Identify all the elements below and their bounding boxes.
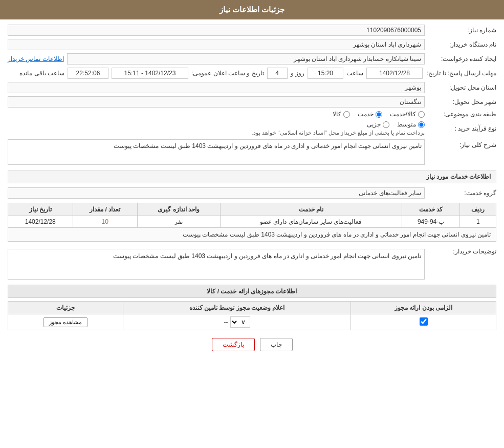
page-header: جزئیات اطلاعات نیاز (0, 0, 504, 19)
category-kala-khadamat-label: کالا/خدمت (390, 111, 416, 118)
col-header-name: نام خدمت (220, 203, 402, 216)
deadline-remaining: 22:52:06 (68, 68, 108, 79)
buyer-org-label: نام دستگاه خریدار: (425, 41, 496, 48)
col-header-row: ردیف (460, 203, 496, 216)
process-note: پرداخت تمام یا بخشی از مبلغ خریداز محل "… (8, 130, 425, 136)
buyer-org-value: شهرداری اباد استان بوشهر (8, 39, 425, 50)
page-title: جزئیات اطلاعات نیاز (220, 5, 284, 14)
table-cell-name: فعالیت‌های سایر سازمان‌های دارای عضو (220, 216, 402, 228)
table-cell-unit: نفر (137, 216, 220, 228)
services-table-header-row: ردیف کد خدمت نام خدمت واحد اندازه گیری ت… (8, 203, 496, 216)
need-number-row: شماره نیاز: 1102090676000005 (8, 25, 496, 36)
deadline-time: 15:20 (308, 68, 343, 79)
deadline-time-label: ساعت (346, 70, 363, 77)
province-row: استان محل تحویل: بوشهر (8, 82, 496, 93)
main-content: شماره نیاز: 1102090676000005 نام دستگاه … (0, 19, 504, 364)
need-number-label: شماره نیاز: (425, 27, 496, 34)
process-row: نوع فرآیند خرید : متوسط جزیی پرداخت تمام… (8, 121, 496, 136)
creator-value: سینا شیانکاره حسابدار شهرداری اباد استان… (67, 53, 425, 65)
category-kala-radio[interactable] (343, 111, 350, 118)
category-kala-khadamat-radio[interactable] (418, 111, 425, 118)
process-label: نوع فرآیند خرید : (425, 125, 496, 132)
process-motovaset-item: متوسط (397, 121, 425, 128)
col-header-unit: واحد اندازه گیری (137, 203, 220, 216)
permit-status-cell: ∨ -- (123, 314, 351, 330)
city-row: شهر محل تحویل: تنگستان (8, 96, 496, 108)
view-permit-button[interactable]: مشاهده مجوز (43, 317, 87, 327)
page-wrapper: جزئیات اطلاعات نیاز شماره نیاز: 11020906… (0, 0, 504, 448)
category-label: طبقه بندی موضوعی: (425, 111, 496, 118)
permit-status-wrapper: ∨ -- (127, 316, 346, 328)
process-content: متوسط جزیی پرداخت تمام یا بخشی از مبلغ خ… (8, 121, 425, 136)
col-header-code: کد خدمت (402, 203, 460, 216)
table-cell-code: ب-94-949 (402, 216, 460, 228)
permit-col-required: الزامی بودن ارائه مجوز (351, 302, 496, 314)
permit-section: اطلاعات مجوزهای ارائه خدمت / کالا الزامی… (8, 285, 496, 330)
deadline-inline: 1402/12/28 ساعت 15:20 روز و 4 تاریخ و سا… (8, 68, 423, 79)
button-group: چاپ بازگشت (8, 338, 496, 351)
table-desc-cell: تامین نیروی انسانی جهت انجام امور خدماتی… (8, 228, 496, 242)
table-cell-date: 1402/12/28 (8, 216, 73, 228)
service-group-label: گروه خدمت: (425, 189, 496, 197)
services-section-title: اطلاعات خدمات مورد نیاز (8, 170, 496, 183)
table-row: 1ب-94-949فعالیت‌های سایر سازمان‌های دارا… (8, 216, 496, 228)
service-group-value: سایر فعالیت‌های خدماتی (8, 187, 425, 199)
table-cell-quantity: 10 (73, 216, 137, 228)
col-header-quantity: تعداد / مقدار (73, 203, 137, 216)
permit-header-row: الزامی بودن ارائه مجوز اعلام وضعیت مجوز … (8, 302, 496, 314)
permit-status-value: -- (224, 318, 228, 326)
process-motovaset-radio[interactable] (418, 121, 425, 128)
permit-status-select[interactable]: ∨ (230, 316, 250, 328)
category-khadamat-label: خدمت (358, 111, 374, 118)
creator-inline: سینا شیانکاره حسابدار شهرداری اباد استان… (8, 53, 425, 65)
category-kala-item: کالا (333, 111, 350, 118)
permit-col-details: جزئیات (8, 302, 123, 314)
category-radio-group: کالا/خدمت خدمت کالا (333, 111, 425, 118)
table-cell-row: 1 (460, 216, 496, 228)
process-radio-group: متوسط جزیی (8, 121, 425, 128)
announce-label: تاریخ و ساعت اعلان عمومی: (191, 70, 264, 77)
category-row: طبقه بندی موضوعی: کالا/خدمت خدمت کالا (8, 111, 496, 118)
buyer-desc-label: توضیحات خریدار: (425, 246, 496, 255)
deadline-days: 4 (267, 68, 288, 79)
permit-data-row: ∨ -- مشاهده مجوز (8, 314, 496, 330)
category-khadamat-radio[interactable] (376, 111, 382, 118)
creator-label: ایجاد کننده درخواست: (425, 55, 496, 62)
deadline-date: 1402/12/28 (366, 68, 423, 79)
province-label: استان محل تحویل: (425, 84, 496, 91)
need-desc-row: شرح کلی نیاز: تامین نیروی انسانی جهت انج… (8, 139, 496, 165)
city-value: تنگستان (8, 96, 425, 108)
need-desc-value: تامین نیروی انسانی جهت انجام امور خدماتی… (8, 139, 425, 165)
permit-required-cell (351, 314, 496, 330)
process-jazii-radio[interactable] (383, 121, 389, 128)
buyer-desc-row: توضیحات خریدار: تامین نیروی انسانی جهت ا… (8, 246, 496, 280)
deadline-remaining-label: ساعت باقی مانده (19, 70, 64, 77)
services-table: ردیف کد خدمت نام خدمت واحد اندازه گیری ت… (8, 203, 496, 242)
category-kala-label: کالا (333, 111, 341, 118)
category-kala-khadamat-item: کالا/خدمت (390, 111, 425, 118)
col-header-date: تاریخ نیاز (8, 203, 73, 216)
permit-table: الزامی بودن ارائه مجوز اعلام وضعیت مجوز … (8, 301, 496, 330)
table-desc-row: تامین نیروی انسانی جهت انجام امور خدماتی… (8, 228, 496, 242)
print-button[interactable]: چاپ (260, 338, 293, 351)
city-label: شهر محل تحویل: (425, 98, 496, 105)
buyer-desc-value: تامین نیروی انسانی جهت انجام امور خدماتی… (8, 249, 425, 280)
services-table-section: ردیف کد خدمت نام خدمت واحد اندازه گیری ت… (8, 203, 496, 242)
permit-title: اطلاعات مجوزهای ارائه خدمت / کالا (8, 285, 496, 298)
buyer-org-row: نام دستگاه خریدار: شهرداری اباد استان بو… (8, 39, 496, 50)
deadline-days-label: روز و (291, 70, 304, 77)
permit-col-status: اعلام وضعیت مجوز توسط تامین کننده (123, 302, 351, 314)
contact-link[interactable]: اطلاعات تماس خریدار (8, 55, 64, 62)
deadline-row: مهلت ارسال پاسخ: تا تاریخ: 1402/12/28 سا… (8, 68, 496, 79)
creator-row: ایجاد کننده درخواست: سینا شیانکاره حسابد… (8, 53, 496, 65)
process-jazii-label: جزیی (367, 121, 381, 128)
process-motovaset-label: متوسط (397, 121, 416, 128)
back-button[interactable]: بازگشت (212, 338, 255, 351)
service-group-row: گروه خدمت: سایر فعالیت‌های خدماتی (8, 187, 496, 199)
category-khadamat-item: خدمت (358, 111, 382, 118)
need-number-value: 1102090676000005 (8, 25, 425, 36)
deadline-label: مهلت ارسال پاسخ: تا تاریخ: (423, 70, 496, 77)
announce-value: 1402/12/23 - 15:11 (112, 68, 188, 79)
province-value: بوشهر (8, 82, 425, 93)
permit-required-checkbox[interactable] (420, 317, 428, 326)
